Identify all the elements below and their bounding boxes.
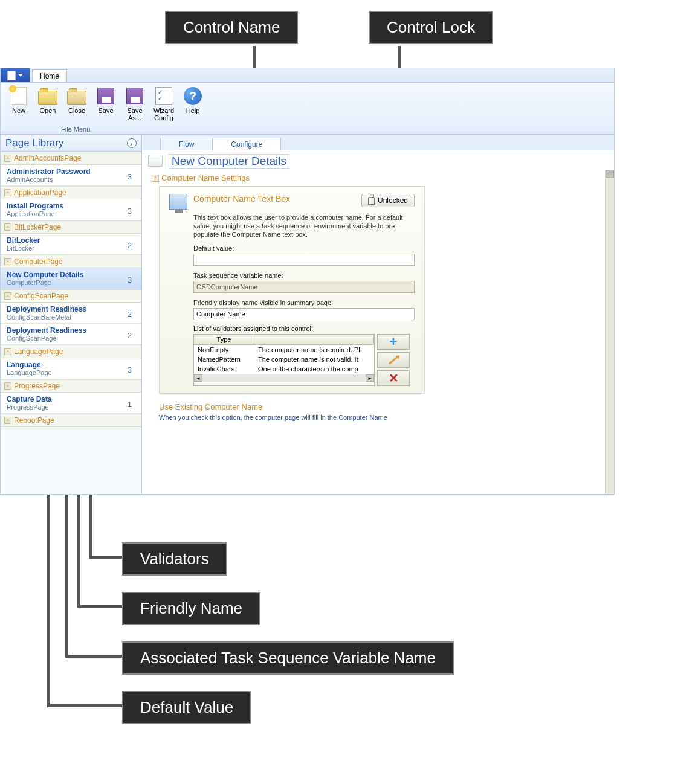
help-button[interactable]: ? Help [178, 85, 207, 114]
info-icon[interactable]: i [127, 138, 137, 148]
chevron-up-icon: ^ [4, 155, 11, 162]
item-subtitle: ApplicationPage [7, 210, 63, 217]
item-title: Administrator Password [7, 167, 91, 176]
friendly-name-label: Friendly display name visible in summary… [193, 299, 415, 306]
delete-validator-button[interactable]: ✕ [377, 370, 410, 386]
leader [89, 556, 122, 559]
wizard-config-app: Home New Open Close Save Save As... Wiza… [0, 68, 615, 495]
wizard-config-button[interactable]: Wizard Config [149, 85, 178, 121]
category-name: BitLockerPage [14, 223, 61, 231]
library-item[interactable]: Capture DataProgressPage1 [1, 393, 141, 414]
validators-label: List of validators assigned to this cont… [193, 325, 415, 332]
save-as-icon [126, 88, 143, 104]
save-as-button[interactable]: Save As... [120, 85, 149, 121]
help-icon: ? [184, 87, 202, 105]
validator-row[interactable]: NonEmptyThe computer name is required. P… [194, 345, 374, 355]
validators-table[interactable]: Type NonEmptyThe computer name is requir… [193, 334, 375, 386]
library-item[interactable]: New Computer DetailsComputerPage3 [1, 268, 141, 289]
category-name: ConfigScanPage [14, 292, 68, 300]
scroll-left-icon[interactable]: ◄ [194, 374, 202, 382]
app-menu-button[interactable] [1, 68, 30, 82]
next-section-header[interactable]: Use Existing Computer Name [159, 402, 595, 411]
lock-label: Unlocked [378, 196, 408, 205]
new-button[interactable]: New [4, 85, 33, 114]
item-count: 3 [128, 172, 132, 181]
validator-type: NamedPattern [194, 355, 254, 364]
scrollbar-thumb[interactable] [606, 170, 614, 178]
item-count: 2 [128, 241, 132, 250]
item-subtitle: ProgressPage [7, 403, 52, 411]
library-category[interactable]: ^BitLockerPage [1, 220, 141, 234]
callout-control-name: Control Name [165, 11, 298, 44]
library-category[interactable]: ^RebootPage [1, 414, 141, 427]
item-title: Language [7, 361, 52, 369]
content-scrollbar[interactable] [606, 170, 614, 494]
category-name: AdminAccountsPage [14, 154, 81, 162]
save-label: Save [98, 107, 113, 114]
section-header[interactable]: ^ Computer Name Settings [152, 173, 595, 182]
library-category[interactable]: ^ProgressPage [1, 379, 141, 393]
library-category[interactable]: ^ComputerPage [1, 255, 141, 268]
category-name: ProgressPage [14, 382, 60, 390]
item-subtitle: ConfigScanBareMetal [7, 313, 86, 321]
plus-icon: + [390, 334, 398, 350]
item-subtitle: AdminAccounts [7, 176, 91, 183]
control-description: This text box allows the user to provide… [193, 213, 415, 239]
save-as-label: Save As... [127, 107, 142, 121]
callout-validators: Validators [122, 542, 227, 576]
item-title: BitLocker [7, 236, 40, 245]
detail-tabs: Flow Configure [142, 135, 614, 150]
validator-desc: The computer name is required. Pl [254, 345, 374, 355]
section-name: Computer Name Settings [161, 173, 250, 182]
library-category[interactable]: ^ApplicationPage [1, 186, 141, 199]
library-item[interactable]: Administrator PasswordAdminAccounts3 [1, 165, 141, 186]
dropdown-icon [18, 74, 23, 77]
open-button[interactable]: Open [33, 85, 62, 114]
titlebar: Home [1, 68, 614, 83]
page-library-header: Page Library i [1, 135, 141, 152]
library-item[interactable]: Deployment ReadinessConfigScanPage2 [1, 324, 141, 345]
validator-type: InvalidChars [194, 364, 254, 374]
validator-row[interactable]: NamedPatternThe computer name is not val… [194, 355, 374, 364]
folder-icon [38, 91, 57, 105]
leader [65, 655, 122, 658]
lock-toggle-button[interactable]: Unlocked [361, 194, 415, 207]
validator-row[interactable]: InvalidCharsOne of the characters in the… [194, 364, 374, 374]
close-button[interactable]: Close [62, 85, 91, 114]
edit-validator-button[interactable] [377, 352, 410, 368]
open-label: Open [40, 107, 56, 114]
chevron-up-icon: ^ [4, 382, 11, 390]
library-item[interactable]: Deployment ReadinessConfigScanBareMetal2 [1, 303, 141, 324]
ribbon-tab-home[interactable]: Home [32, 69, 67, 82]
save-button[interactable]: Save [91, 85, 120, 114]
library-item[interactable]: BitLockerBitLocker2 [1, 234, 141, 255]
library-category[interactable]: ^LanguagePage [1, 345, 141, 358]
validator-type: NonEmpty [194, 345, 254, 355]
default-value-input[interactable] [193, 254, 415, 266]
page-library-list[interactable]: ^AdminAccountsPageAdministrator Password… [1, 152, 141, 494]
detail-panel: Flow Configure New Computer Details ^ Co… [142, 135, 614, 494]
leader [77, 605, 122, 608]
page-library-title: Page Library [5, 137, 63, 149]
library-item[interactable]: Install ProgramsApplicationPage3 [1, 199, 141, 220]
callout-friendly-name: Friendly Name [122, 592, 260, 625]
add-validator-button[interactable]: + [377, 334, 410, 350]
scroll-right-icon[interactable]: ► [366, 374, 374, 382]
friendly-name-input[interactable] [193, 308, 415, 320]
item-count: 3 [128, 207, 132, 216]
new-label: New [12, 107, 25, 114]
tab-configure[interactable]: Configure [212, 138, 281, 150]
lock-icon [368, 197, 375, 205]
tab-flow[interactable]: Flow [160, 138, 213, 150]
table-hscroll[interactable]: ◄ ► [194, 374, 374, 382]
item-title: Deployment Readiness [7, 326, 86, 335]
callout-default-value: Default Value [122, 691, 251, 724]
new-icon [11, 87, 27, 105]
library-category[interactable]: ^ConfigScanPage [1, 289, 141, 303]
library-category[interactable]: ^AdminAccountsPage [1, 152, 141, 165]
item-count: 3 [128, 275, 132, 284]
library-item[interactable]: LanguageLanguagePage3 [1, 358, 141, 379]
item-title: Install Programs [7, 202, 63, 210]
ribbon-group-label: File Menu [61, 126, 90, 133]
chevron-up-icon: ^ [4, 258, 11, 265]
